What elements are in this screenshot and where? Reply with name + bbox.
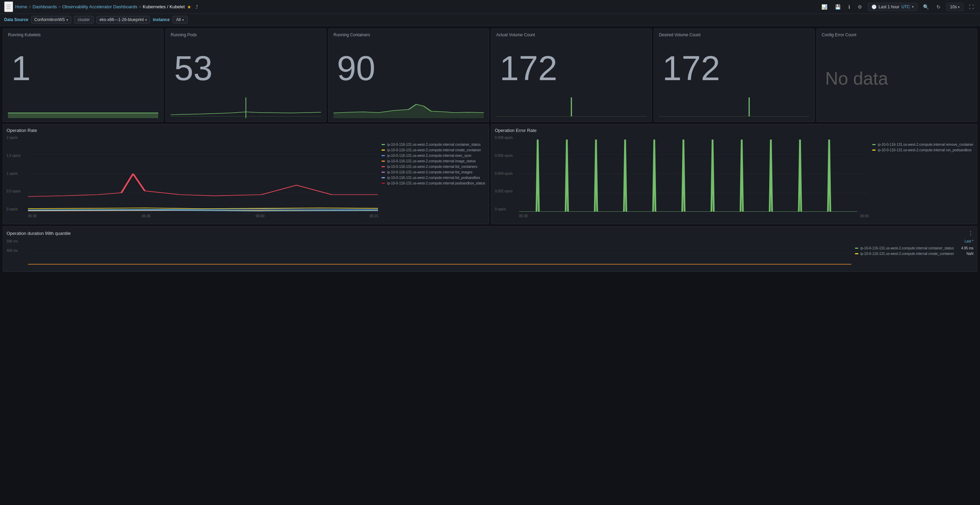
op-error-rate-chart-area: 0.008 ops/s 0.006 ops/s 0.004 ops/s 0.00… <box>495 136 974 218</box>
y-label-0.5ops: 0.5 ops/s <box>6 189 24 193</box>
last-label: Last * <box>855 239 974 243</box>
op-rate-legend: ip-10-0-116-131.us-west-2.compute.intern… <box>382 136 485 218</box>
panel-running-kubelets: Running Kubelets 1 <box>3 29 164 122</box>
op-rate-chart-area: 2 ops/s 1.5 ops/s 1 ops/s 0.5 ops/s 0 op… <box>6 136 485 218</box>
panel-title-op-error-rate: Operation Error Rate <box>495 128 974 133</box>
nav-right: 📊 💾 ℹ ⚙ 🕐 Last 1 hour UTC ▾ 🔍 ↻ 10s ▾ ⛶ <box>819 3 976 11</box>
y-label-0.008: 0.008 ops/s <box>495 136 515 140</box>
instance-select[interactable]: All ▾ <box>172 16 188 24</box>
bar-chart-icon[interactable]: 📊 <box>819 3 829 11</box>
y-label-1.5ops: 1.5 ops/s <box>6 154 24 157</box>
x-label-0530: 05:30 <box>28 214 37 218</box>
duration-legend-item-0: ip-10-0-116-131.us-west-2.compute.intern… <box>855 246 974 250</box>
panel-title-actual-volume: Actual Volume Count <box>496 32 646 37</box>
timezone-label: UTC <box>902 5 910 10</box>
sparkline-kubelets <box>8 97 158 118</box>
legend-label-3: ip-10-0-116-131.us-west-2.compute.intern… <box>387 159 476 163</box>
svg-rect-0 <box>8 113 158 118</box>
info-icon[interactable]: ℹ <box>846 3 852 11</box>
legend-color-3 <box>382 160 385 162</box>
breadcrumb-observability[interactable]: Observability Accelerator Dashboards <box>62 4 138 10</box>
sparkline-pods <box>171 97 321 118</box>
legend-label-6: ip-10-0-116-131.us-west-2.compute.intern… <box>387 176 480 179</box>
zoom-out-icon[interactable]: 🔍 <box>921 3 931 11</box>
x-label-0615: 06:15 <box>369 214 378 218</box>
refresh-rate-picker[interactable]: 10s ▾ <box>946 3 963 11</box>
op-error-rate-legend: ip-10-0-116-131.us-west-2.compute.intern… <box>872 136 974 218</box>
breadcrumb-home[interactable]: Home <box>15 4 27 10</box>
panel-running-containers: Running Containers 90 <box>328 29 489 122</box>
data-source-label: Data Source <box>4 17 28 22</box>
refresh-icon[interactable]: ↻ <box>934 3 943 11</box>
panel-title-desired-volume: Desired Volume Count <box>659 32 809 37</box>
panel-config-error: Config Error Count No data <box>816 29 977 122</box>
panel-desired-volume: Desired Volume Count 172 <box>654 29 815 122</box>
dur-legend-label-1: ip-10-0-116-131.us-west-2.compute.intern… <box>861 252 954 256</box>
x-label-0600: 06:00 <box>256 214 264 218</box>
data-source-select[interactable]: ConformitronWS ▾ <box>31 16 71 24</box>
main-content: Running Kubelets 1 Running Pods 53 <box>0 26 980 275</box>
chevron-down-icon-2: ▾ <box>958 5 959 9</box>
legend-label-7: ip-10-0-116-131.us-west-2.compute.intern… <box>387 181 485 185</box>
sparkline-desired-volume <box>659 97 809 118</box>
chevron-down-icon: ▾ <box>912 5 914 9</box>
y-label-400ms: 400 ms <box>6 249 24 252</box>
data-source-value: ConformitronWS <box>34 17 65 22</box>
legend-color-4 <box>382 166 385 167</box>
legend-item-0: ip-10-0-116-131.us-west-2.compute.intern… <box>382 143 485 146</box>
instance-chevron: ▾ <box>182 18 184 22</box>
save-icon[interactable]: 💾 <box>833 3 843 11</box>
sparkline-containers <box>334 97 484 118</box>
y-label-0ops: 0 ops/s <box>6 207 24 211</box>
error-legend-color-1 <box>872 149 876 151</box>
panel-operation-rate: Operation Rate 2 ops/s 1.5 ops/s 1 ops/s… <box>3 124 489 224</box>
op-duration-chart-area: 500 ms 400 ms Last * ip-10-0-116-131.u <box>6 239 974 268</box>
settings-icon[interactable]: ⚙ <box>856 3 864 11</box>
dur-legend-color-0 <box>855 248 858 249</box>
cluster-select[interactable]: eks-x86---1-26-blueprint ▾ <box>96 16 150 24</box>
panel-operation-error-rate: Operation Error Rate 0.008 ops/s 0.006 o… <box>491 124 977 224</box>
stat-value-kubelets: 1 <box>8 39 158 97</box>
stat-panels-row: Running Kubelets 1 Running Pods 53 <box>3 29 977 122</box>
stat-value-actual-volume: 172 <box>496 39 646 97</box>
legend-color-6 <box>382 177 385 178</box>
op-duration-svg-area <box>28 239 851 268</box>
duration-legend-item-1: ip-10-0-116-131.us-west-2.compute.intern… <box>855 252 974 256</box>
legend-label-4: ip-10-0-116-131.us-west-2.compute.intern… <box>387 165 477 168</box>
error-legend-label-1: ip-10-0-116-131.us-west-2.compute.intern… <box>878 148 971 152</box>
x-label-err-0600: 06:00 <box>860 214 869 218</box>
y-label-0.006: 0.006 ops/s <box>495 154 515 157</box>
y-label-0.002: 0.002 ops/s <box>495 189 515 193</box>
favorite-icon[interactable]: ★ <box>187 4 191 10</box>
legend-item-2: ip-10-0-116-131.us-west-2.compute.intern… <box>382 154 485 157</box>
error-legend-item-0: ip-10-0-116-131.us-west-2.compute.intern… <box>872 143 974 146</box>
panel-title-op-rate: Operation Rate <box>6 128 485 133</box>
panel-menu-button[interactable]: ⋮ <box>968 230 974 237</box>
dur-legend-color-1 <box>855 253 858 254</box>
svg-marker-3 <box>334 104 484 118</box>
panel-title-kubelets: Running Kubelets <box>8 32 158 37</box>
legend-color-7 <box>382 183 385 184</box>
cluster-chevron: ▾ <box>145 18 147 22</box>
legend-item-3: ip-10-0-116-131.us-west-2.compute.intern… <box>382 159 485 163</box>
panel-actual-volume: Actual Volume Count 172 <box>491 29 652 122</box>
breadcrumb: Home > Dashboards > Observability Accele… <box>15 4 185 10</box>
menu-icon[interactable]: ☰ <box>4 2 13 12</box>
legend-item-6: ip-10-0-116-131.us-west-2.compute.intern… <box>382 176 485 179</box>
toolbar: Data Source ConformitronWS ▾ cluster eks… <box>0 14 980 26</box>
x-label-0545: 05:45 <box>142 214 150 218</box>
panel-operation-duration: Operation duration 99th quantile ⋮ 500 m… <box>3 226 977 272</box>
expand-icon[interactable]: ⛶ <box>967 3 976 11</box>
y-label-500ms: 500 ms <box>6 239 24 243</box>
time-range-picker[interactable]: 🕐 Last 1 hour UTC ▾ <box>868 3 918 11</box>
stat-value-containers: 90 <box>334 39 484 97</box>
instance-value: All <box>176 17 181 22</box>
legend-item-1: ip-10-0-116-131.us-west-2.compute.intern… <box>382 148 485 152</box>
error-legend-item-1: ip-10-0-116-131.us-west-2.compute.intern… <box>872 148 974 152</box>
breadcrumb-dashboards[interactable]: Dashboards <box>32 4 57 10</box>
share-icon[interactable]: ⤴ <box>194 3 200 11</box>
legend-item-4: ip-10-0-116-131.us-west-2.compute.intern… <box>382 165 485 168</box>
refresh-rate-value: 10s <box>950 5 956 10</box>
panel-running-pods: Running Pods 53 <box>165 29 326 122</box>
panel-title-op-duration: Operation duration 99th quantile <box>6 231 71 236</box>
